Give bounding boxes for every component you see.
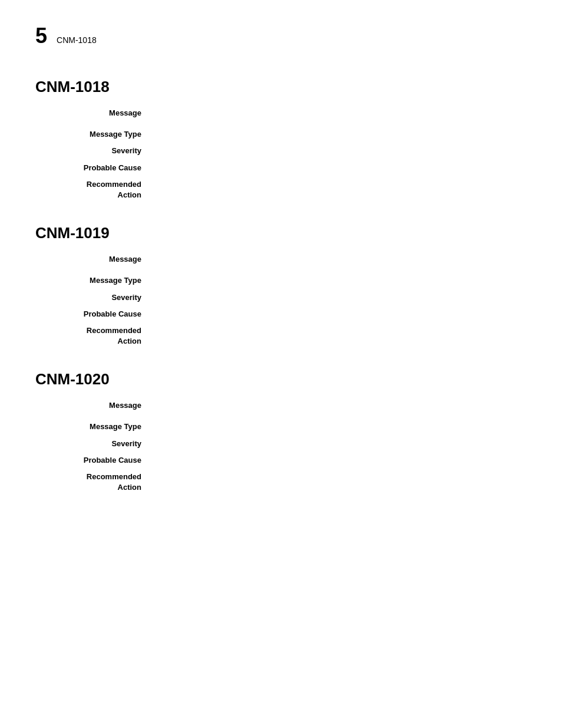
field-row-cnm-1020-0: Message	[35, 400, 527, 411]
field-value-cnm-1019-3	[153, 309, 527, 319]
page-number: 5	[35, 24, 47, 48]
field-row-cnm-1020-2: Severity	[35, 439, 527, 449]
field-row-cnm-1018-2: Severity	[35, 146, 527, 156]
field-label-cnm-1019-2: Severity	[35, 292, 153, 303]
field-value-cnm-1018-4	[153, 179, 527, 200]
field-row-cnm-1018-0: Message	[35, 108, 527, 118]
field-row-cnm-1019-4: RecommendedAction	[35, 325, 527, 347]
entry-title-cnm-1018: CNM-1018	[35, 78, 527, 96]
field-row-cnm-1018-3: Probable Cause	[35, 163, 527, 173]
field-value-cnm-1019-1	[153, 275, 527, 286]
field-value-cnm-1018-0	[153, 108, 527, 118]
field-row-cnm-1019-3: Probable Cause	[35, 309, 527, 319]
field-value-cnm-1018-2	[153, 146, 527, 156]
field-label-cnm-1018-0: Message	[35, 108, 153, 118]
field-row-cnm-1020-1: Message Type	[35, 421, 527, 432]
field-row-cnm-1018-1: Message Type	[35, 129, 527, 140]
field-row-cnm-1019-0: Message	[35, 254, 527, 265]
field-value-cnm-1018-3	[153, 163, 527, 173]
field-label-cnm-1018-4: RecommendedAction	[35, 179, 153, 200]
field-label-cnm-1019-0: Message	[35, 254, 153, 265]
field-value-cnm-1020-3	[153, 455, 527, 466]
entry-title-cnm-1020: CNM-1020	[35, 370, 527, 388]
field-value-cnm-1020-0	[153, 400, 527, 411]
field-value-cnm-1020-4	[153, 472, 527, 493]
field-label-cnm-1020-0: Message	[35, 400, 153, 411]
field-label-cnm-1018-3: Probable Cause	[35, 163, 153, 173]
field-value-cnm-1019-0	[153, 254, 527, 265]
field-label-cnm-1019-4: RecommendedAction	[35, 325, 153, 347]
field-label-cnm-1020-1: Message Type	[35, 421, 153, 432]
entry-cnm-1020: CNM-1020MessageMessage TypeSeverityProba…	[35, 370, 527, 493]
field-value-cnm-1018-1	[153, 129, 527, 140]
field-row-cnm-1019-1: Message Type	[35, 275, 527, 286]
field-value-cnm-1020-2	[153, 439, 527, 449]
field-value-cnm-1020-1	[153, 421, 527, 432]
field-row-cnm-1019-2: Severity	[35, 292, 527, 303]
field-label-cnm-1020-4: RecommendedAction	[35, 472, 153, 493]
field-value-cnm-1019-2	[153, 292, 527, 303]
field-row-cnm-1020-3: Probable Cause	[35, 455, 527, 466]
entry-cnm-1018: CNM-1018MessageMessage TypeSeverityProba…	[35, 78, 527, 200]
field-label-cnm-1018-1: Message Type	[35, 129, 153, 140]
field-label-cnm-1020-3: Probable Cause	[35, 455, 153, 466]
field-label-cnm-1019-1: Message Type	[35, 275, 153, 286]
entry-title-cnm-1019: CNM-1019	[35, 224, 527, 242]
page-header: 5 CNM-1018	[35, 24, 527, 48]
field-row-cnm-1020-4: RecommendedAction	[35, 472, 527, 493]
field-label-cnm-1020-2: Severity	[35, 439, 153, 449]
field-label-cnm-1018-2: Severity	[35, 146, 153, 156]
field-label-cnm-1019-3: Probable Cause	[35, 309, 153, 319]
page-subtitle: CNM-1018	[57, 35, 97, 45]
field-row-cnm-1018-4: RecommendedAction	[35, 179, 527, 200]
entry-cnm-1019: CNM-1019MessageMessage TypeSeverityProba…	[35, 224, 527, 347]
field-value-cnm-1019-4	[153, 325, 527, 347]
